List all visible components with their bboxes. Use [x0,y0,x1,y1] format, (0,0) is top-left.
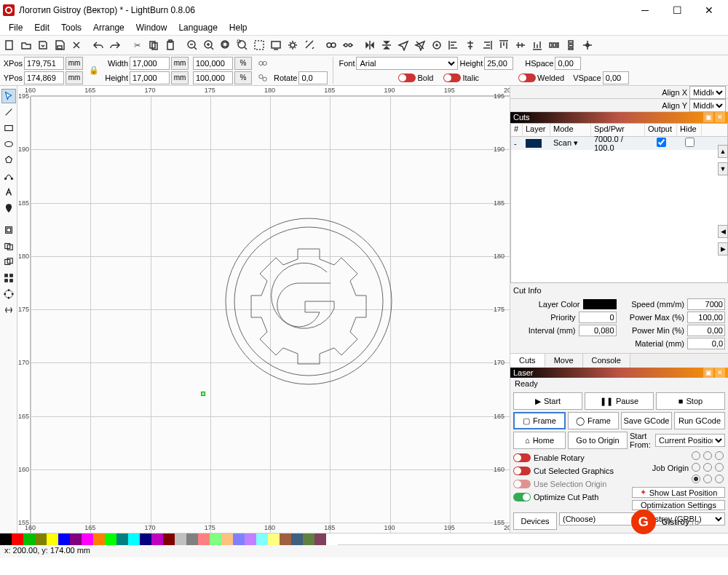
ungroup-icon[interactable] [340,37,356,53]
menu-language[interactable]: Language [173,21,223,34]
alignx-select[interactable]: Middle [689,86,726,99]
expand-left-button[interactable]: ◀ [718,225,728,238]
palette-swatch[interactable] [326,534,338,545]
palette-swatch[interactable] [291,534,303,545]
zoom-page-icon[interactable] [218,37,234,53]
menu-file[interactable]: File [3,21,28,34]
power-max-input[interactable] [687,312,725,323]
palette-swatch[interactable] [93,534,105,545]
power-min-input[interactable] [687,325,725,336]
start-from-select[interactable]: Current Position [655,434,725,447]
font-select[interactable]: Arial [356,57,458,70]
enable-rotary-toggle[interactable] [513,453,531,462]
canvas[interactable]: 1601601651651701701751751801801851851901… [17,86,510,533]
edit-nodes-tool[interactable] [1,169,16,183]
align-center-icon[interactable] [462,37,478,53]
center-icon[interactable] [429,37,445,53]
palette-swatch[interactable] [210,534,221,545]
ypos-input[interactable] [24,71,64,84]
zoom-frame-icon[interactable] [234,37,250,53]
radial-array-tool[interactable] [1,287,16,301]
maximize-button[interactable]: ☐ [661,0,693,20]
frame-button[interactable]: ▢ Frame [513,412,566,429]
zoom-selection-icon[interactable] [251,37,267,53]
expand-right-button[interactable]: ▶ [718,242,728,255]
pause-button[interactable]: ❚❚ Pause [585,392,654,410]
stop-button[interactable]: ■ Stop [656,392,725,410]
save-gcode-button[interactable]: Save GCode [621,412,672,429]
height-input[interactable] [130,71,170,84]
oframe-button[interactable]: ◯ Frame [568,412,619,429]
distribute-h-icon[interactable] [546,37,562,53]
palette-swatch[interactable] [140,534,151,545]
rect-tool[interactable] [1,121,16,135]
palette-swatch[interactable] [233,534,245,545]
palette-swatch[interactable] [268,534,280,545]
text-tool[interactable] [1,185,16,199]
preview-icon[interactable] [268,37,284,53]
cuts-row[interactable]: - Scan ▾ 7000.0 / 100.0 [511,137,727,150]
port-select[interactable]: (Choose) [559,512,641,526]
palette-swatch[interactable] [0,534,12,545]
aligny-select[interactable]: Middle [689,99,726,112]
align-middle-icon[interactable] [513,37,529,53]
scale-w-input[interactable] [193,57,233,70]
move-up-button[interactable]: ▲ [718,145,728,158]
import-icon[interactable] [35,37,51,53]
hspace-input[interactable] [555,57,581,70]
tab-console[interactable]: Console [583,354,630,368]
device-settings-icon[interactable] [301,37,317,53]
speed-input[interactable] [687,298,725,310]
polygon-tool[interactable] [1,153,16,167]
layer-color-box[interactable] [583,299,617,309]
new-icon[interactable] [1,37,17,53]
palette-swatch[interactable] [47,534,58,545]
vspace-input[interactable] [603,71,629,84]
line-tool[interactable] [1,105,16,119]
start-button[interactable]: ▶ Start [513,392,582,410]
zoom-in-icon[interactable] [201,37,217,53]
mirror-h-icon[interactable] [362,37,378,53]
send-icon[interactable] [395,37,411,53]
ellipse-tool[interactable] [1,137,16,151]
show-last-position-button[interactable]: ✦ Show Last Position [632,487,725,498]
mirror-v-icon[interactable] [379,37,395,53]
go-origin-button[interactable]: Go to Origin [568,432,628,449]
align-right-icon[interactable] [479,37,495,53]
edit-path-tool[interactable] [1,303,16,317]
move-down-button[interactable]: ▼ [718,162,728,175]
menu-window[interactable]: Window [130,21,173,34]
align-left-icon[interactable] [446,37,462,53]
zoom-out-icon[interactable] [184,37,200,53]
lock-icon[interactable]: 🔒 [87,64,100,77]
cut-icon[interactable]: ✂ [129,37,145,53]
undo-icon[interactable] [90,37,106,53]
hide-checkbox[interactable] [685,138,695,147]
menu-edit[interactable]: Edit [28,21,55,34]
offset-tool[interactable] [1,223,16,237]
italic-toggle[interactable] [443,74,461,82]
palette-swatch[interactable] [23,534,35,545]
scale-h-input[interactable] [193,71,233,84]
move-origin-icon[interactable] [579,37,596,53]
tab-cuts[interactable]: Cuts [510,354,545,368]
open-icon[interactable] [18,37,34,53]
palette-swatch[interactable] [12,534,23,545]
copy-icon[interactable] [146,37,162,53]
optimization-settings-button[interactable]: Optimization Settings [632,500,725,510]
optimize-toggle[interactable] [513,493,531,501]
menu-arrange[interactable]: Arrange [87,21,130,34]
delete-icon[interactable] [68,37,84,53]
tab-move[interactable]: Move [545,354,583,368]
palette-swatch[interactable] [198,534,210,545]
palette-swatch[interactable] [70,534,82,545]
artwork-gear-logo[interactable] [221,214,396,389]
col-output[interactable]: Output [645,124,677,136]
boolean-tool[interactable] [1,255,16,269]
home-button[interactable]: ⌂ Home [513,432,566,449]
grid-array-tool[interactable] [1,271,16,285]
no-send-icon[interactable] [412,37,428,53]
distribute-v-icon[interactable] [563,37,579,53]
laser-panel-header[interactable]: Laser ▣✕ [510,368,728,378]
group-icon[interactable] [323,37,339,53]
